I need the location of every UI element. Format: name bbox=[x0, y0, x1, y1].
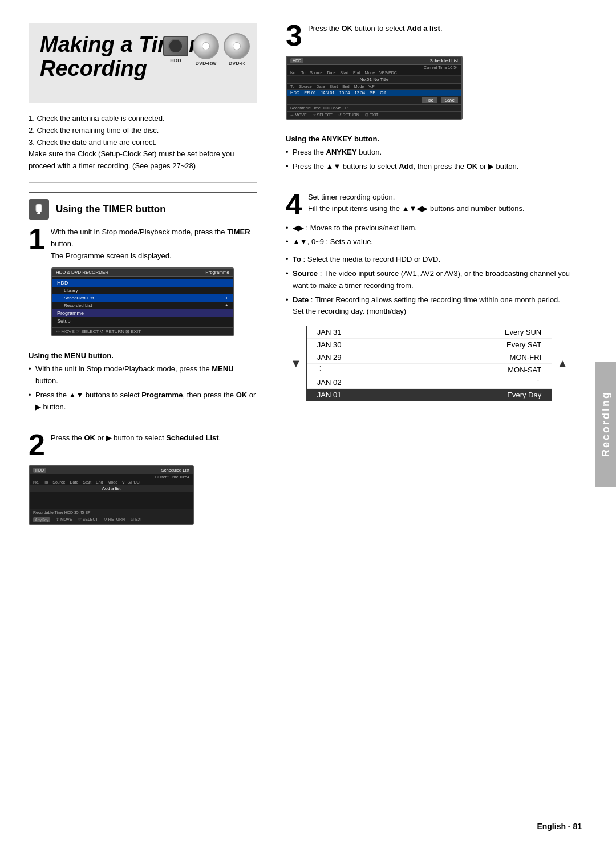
sm-current-time-2: Current Time 10:54 bbox=[30, 474, 193, 480]
step-1-inline: 1 With the unit in Stop mode/Playback mo… bbox=[29, 226, 257, 262]
timer-icon bbox=[29, 199, 49, 220]
prereq-note: Make sure the Clock (Setup-Clock Set) mu… bbox=[29, 148, 257, 172]
date-row-3: JAN 29 MON-FRI bbox=[307, 351, 552, 364]
screen-scheduled: Scheduled List + bbox=[52, 294, 233, 302]
step-2-number: 2 bbox=[29, 432, 45, 460]
anykey-section: Using the ANYKEY button. Press the ANYKE… bbox=[286, 135, 573, 173]
anykey-title: Using the ANYKEY button. bbox=[286, 135, 573, 143]
sm-footer-nav-3: ⇔ MOVE ☞ SELECT ↺ RETURN ⊡ EXIT bbox=[287, 111, 461, 119]
date-2: JAN 30 bbox=[317, 340, 342, 349]
step-2-content: Press the OK or ▶ button to select Sched… bbox=[51, 432, 221, 444]
dvdrw-label: DVD-RW bbox=[196, 60, 217, 66]
sm-col-headers-3: No.ToSourceDateStartEndModeVPS/PDC bbox=[287, 70, 461, 76]
step-4-bullet2: ▲▼, 0~9 : Sets a value. bbox=[286, 236, 573, 248]
date-list-wrap: ▼ JAN 31 Every SUN JAN 30 Every SAT JAN … bbox=[286, 326, 573, 401]
value-3: MON-FRI bbox=[510, 353, 542, 362]
side-tab-label: Recording bbox=[600, 391, 612, 457]
sm-topbar-2: HDD Scheduled List bbox=[30, 466, 193, 474]
screen-programme: HDD & DVD RECORDER Programme HDD Library… bbox=[51, 267, 234, 336]
step-1-content: With the unit in Stop mode/Playback mode… bbox=[51, 226, 257, 262]
sm-col-headers-2: No.ToSourceDateStartEndModeVPS/PDC bbox=[30, 480, 193, 485]
anykey-bullet-1: Press the ANYKEY button. bbox=[286, 147, 573, 159]
right-column: 3 Press the OK button to select Add a li… bbox=[274, 23, 573, 825]
page-wrapper: Recording Making a Timer Recording HDD D… bbox=[0, 0, 616, 848]
left-column: Making a Timer Recording HDD DVD-RW DVD-… bbox=[29, 23, 274, 825]
sm-title-save: Title Save bbox=[287, 96, 461, 104]
sm-current-time-3: Current Time 10:54 bbox=[287, 65, 461, 70]
value-1: Every SUN bbox=[505, 328, 541, 336]
step-1-text3: The Programme screen is displayed. bbox=[51, 250, 257, 262]
screen-library: Library bbox=[52, 287, 233, 294]
screen-title-programme: Programme bbox=[205, 270, 229, 275]
page-number: English - 81 bbox=[537, 822, 582, 831]
menu-button-title: Using the MENU button. bbox=[29, 351, 257, 360]
step-1-number: 1 bbox=[29, 226, 45, 254]
date-row-4: JAN 02 ⋮ bbox=[307, 376, 552, 389]
divider-1 bbox=[29, 182, 257, 183]
desc-to: To : Select the media to record HDD or D… bbox=[286, 254, 573, 266]
step-4-block: 4 Set timer recording option. Fill the i… bbox=[286, 192, 573, 410]
sm-add-row: Add a list bbox=[30, 485, 193, 492]
anykey-bullet-2: Press the ▲▼ buttons to select Add, then… bbox=[286, 161, 573, 173]
prerequisites: 1. Check the antenna cable is connected.… bbox=[29, 113, 257, 172]
dvdr-icon bbox=[224, 33, 250, 59]
timer-section-head: Using the TIMER button bbox=[29, 192, 257, 220]
step-4-descriptions: To : Select the media to record HDD or D… bbox=[286, 254, 573, 318]
step-4-text1: Set timer recording option. bbox=[308, 192, 525, 204]
screen-brand: HDD & DVD RECORDER bbox=[56, 270, 108, 275]
value-5: Every Day bbox=[507, 391, 541, 399]
step-4-text2: Fill the input items using the ▲▼◀▶ butt… bbox=[308, 203, 525, 215]
hdd-icon-box: HDD bbox=[163, 36, 188, 63]
screen-programme-item: Programme bbox=[52, 309, 233, 317]
timer-section-title: Using the TIMER button bbox=[56, 204, 166, 215]
step-2-inline: 2 Press the OK or ▶ button to select Sch… bbox=[29, 432, 257, 460]
step-3-content: Press the OK button to select Add a list… bbox=[308, 23, 443, 35]
step-1-bold1: TIMER bbox=[227, 228, 250, 236]
svg-rect-1 bbox=[38, 211, 40, 213]
date-row-1: JAN 31 Every SUN bbox=[307, 326, 552, 339]
prereq-item1: 1. Check the antenna cable is connected. bbox=[29, 113, 257, 125]
date-5: JAN 01 bbox=[317, 391, 342, 399]
step-3-block: 3 Press the OK button to select Add a li… bbox=[286, 23, 573, 125]
arrow-up: ▲ bbox=[552, 326, 573, 401]
dvdr-label: DVD-R bbox=[229, 60, 245, 66]
screen-setup: Setup bbox=[52, 317, 233, 325]
divider-2 bbox=[29, 423, 257, 423]
screen-hdd-item: HDD bbox=[52, 279, 233, 287]
prereq-item2: 2. Check the remaining time of the disc. bbox=[29, 125, 257, 137]
dots-2: ⋮ bbox=[535, 378, 541, 387]
step-3-inline: 3 Press the OK button to select Add a li… bbox=[286, 23, 573, 50]
value-dots1: MON-SAT bbox=[508, 366, 541, 374]
menu-button-section: Using the MENU button. With the unit in … bbox=[29, 351, 257, 413]
step-3-number: 3 bbox=[286, 23, 302, 50]
menu-bullet-1: With the unit in Stop mode/Playback mode… bbox=[29, 363, 257, 387]
screen-footer-1: ⇔ MOVE ☞ SELECT ↺ RETURN ⊡ EXIT bbox=[52, 327, 233, 335]
screen-footer-nav: ⇔ MOVE ☞ SELECT ↺ RETURN ⊡ EXIT bbox=[56, 329, 141, 334]
page-footer: English - 81 bbox=[537, 822, 582, 831]
sm-empty-space bbox=[30, 492, 193, 509]
step-4-bullet1: ◀▶ : Moves to the previous/next item. bbox=[286, 222, 573, 234]
sm-brand-3: HDD bbox=[290, 58, 303, 63]
hdd-label: HDD bbox=[170, 58, 181, 63]
sm-title-3: Scheduled List bbox=[430, 58, 458, 63]
value-2: Every SAT bbox=[506, 340, 541, 349]
svg-rect-2 bbox=[37, 213, 40, 214]
dots-1: ⋮ bbox=[317, 366, 323, 374]
sm-brand-2: HDD bbox=[33, 468, 46, 473]
screen-topbar-1: HDD & DVD RECORDER Programme bbox=[52, 269, 233, 277]
divider-3 bbox=[286, 182, 573, 182]
dvdr-icon-box: DVD-R bbox=[224, 33, 250, 66]
prereq-item3: 3. Check the date and time are correct. bbox=[29, 137, 257, 149]
dvdrw-icon-box: DVD-RW bbox=[193, 33, 219, 66]
device-icons: HDD DVD-RW DVD-R bbox=[163, 33, 250, 66]
step-2-block: 2 Press the OK or ▶ button to select Sch… bbox=[29, 432, 257, 530]
date-4: JAN 02 bbox=[317, 378, 342, 387]
sm-footer-3: Recordable Time HDD 35:45 SP bbox=[287, 104, 461, 111]
date-1: JAN 31 bbox=[317, 328, 342, 336]
dvdrw-icon bbox=[193, 33, 219, 59]
menu-bullet-2: Press the ▲▼ buttons to select Programme… bbox=[29, 389, 257, 413]
arrow-down: ▼ bbox=[286, 326, 306, 401]
date-3: JAN 29 bbox=[317, 353, 342, 362]
step-1-text2: button. bbox=[51, 240, 74, 248]
date-list: JAN 31 Every SUN JAN 30 Every SAT JAN 29… bbox=[306, 326, 552, 401]
